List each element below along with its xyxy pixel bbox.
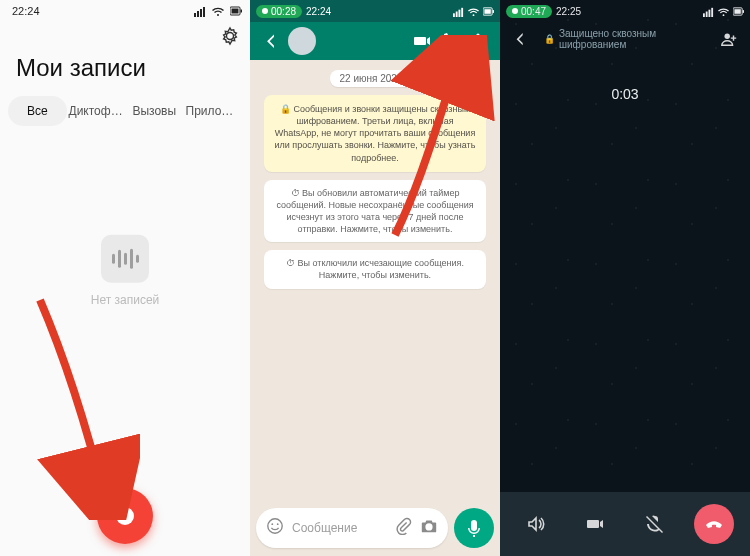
status-time: 22:24 — [306, 6, 331, 17]
empty-state: Нет записей — [0, 235, 250, 307]
composer-placeholder: Сообщение — [292, 521, 386, 535]
attach-icon[interactable] — [394, 517, 412, 539]
timer-icon: ⏱ — [291, 188, 300, 198]
status-time: 22:25 — [556, 6, 581, 17]
empty-message: Нет записей — [0, 293, 250, 307]
composer-row: Сообщение — [256, 508, 494, 548]
doodle-background — [500, 0, 750, 556]
emoji-icon[interactable] — [266, 517, 284, 539]
date-chip: 22 июня 2023 г. — [330, 70, 421, 87]
chat-body[interactable]: 22 июня 2023 г. 🔒 Сообщения и звонки защ… — [250, 60, 500, 502]
voice-call-icon[interactable] — [436, 27, 464, 55]
lock-icon: 🔒 — [544, 34, 555, 44]
battery-icon — [230, 5, 242, 17]
status-bar: 22:24 — [0, 0, 250, 22]
mute-button[interactable] — [635, 504, 675, 544]
tab-apps[interactable]: Приложения — [184, 96, 243, 126]
back-icon[interactable] — [258, 27, 286, 55]
lock-icon: 🔒 — [280, 104, 291, 114]
status-time: 22:24 — [12, 5, 40, 17]
speaker-button[interactable] — [516, 504, 556, 544]
recording-pill: 00:47 — [506, 5, 552, 18]
call-controls — [500, 492, 750, 556]
status-bar: 00:28 22:24 — [250, 0, 500, 22]
system-message[interactable]: ⏱ Вы отключили исчезающие сообщения. Наж… — [264, 250, 486, 288]
add-person-icon[interactable] — [716, 26, 742, 52]
video-toggle-button[interactable] — [575, 504, 615, 544]
record-button[interactable] — [97, 488, 153, 544]
wifi-icon — [212, 5, 224, 17]
call-timer: 0:03 — [500, 86, 750, 102]
gear-icon[interactable] — [220, 26, 240, 50]
whatsapp-chat-screen: 00:28 22:24 22 июня 2023 г. 🔒 Сообщения … — [250, 0, 500, 556]
chat-app-bar — [250, 22, 500, 60]
avatar[interactable] — [288, 27, 316, 55]
system-message[interactable]: ⏱ Вы обновили автоматический таймер сооб… — [264, 180, 486, 243]
recorder-screen: 22:24 Мои записи Все Диктофон Вызовы При… — [0, 0, 250, 556]
back-icon[interactable] — [508, 26, 534, 52]
signal-icon — [703, 6, 714, 17]
tab-bar: Все Диктофон Вызовы Приложения — [0, 96, 250, 126]
hangup-button[interactable] — [694, 504, 734, 544]
battery-icon — [483, 6, 494, 17]
battery-icon — [733, 6, 744, 17]
whatsapp-call-screen: 00:47 22:25 🔒 Защищено сквозным шифрован… — [500, 0, 750, 556]
tab-all[interactable]: Все — [8, 96, 67, 126]
timer-icon: ⏱ — [286, 258, 295, 268]
encryption-label: 🔒 Защищено сквозным шифрованием — [544, 28, 706, 50]
mic-button[interactable] — [454, 508, 494, 548]
recording-pill: 00:28 — [256, 5, 302, 18]
page-title: Мои записи — [0, 50, 250, 96]
call-top-bar: 🔒 Защищено сквозным шифрованием — [500, 22, 750, 56]
message-input[interactable]: Сообщение — [256, 508, 448, 548]
signal-icon — [194, 5, 206, 17]
tab-dictaphone[interactable]: Диктофон — [67, 96, 126, 126]
annotation-arrow-1 — [20, 290, 140, 520]
encryption-notice[interactable]: 🔒 Сообщения и звонки защищены сквозным ш… — [264, 95, 486, 172]
more-icon[interactable] — [464, 27, 492, 55]
wifi-icon — [468, 6, 479, 17]
waveform-icon — [101, 235, 149, 283]
camera-icon[interactable] — [420, 517, 438, 539]
signal-icon — [453, 6, 464, 17]
tab-calls[interactable]: Вызовы — [125, 96, 184, 126]
status-bar: 00:47 22:25 — [500, 0, 750, 22]
wifi-icon — [718, 6, 729, 17]
video-call-icon[interactable] — [408, 27, 436, 55]
